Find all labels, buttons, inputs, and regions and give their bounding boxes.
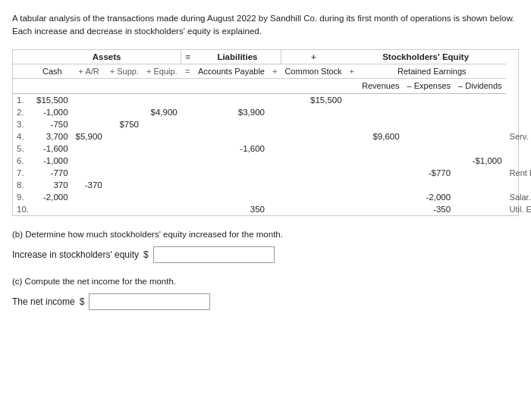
part-b-question: (b) Determine how much stockholders' equ… <box>12 230 519 239</box>
cell-plus-re <box>346 143 358 155</box>
cell-plus-cs <box>269 179 281 191</box>
th-dividends: – Dividends <box>454 78 506 93</box>
cell-plus-re <box>346 106 358 118</box>
th-assets: Assets <box>33 50 181 64</box>
part-c-question: (c) Compute the net income for the month… <box>12 277 519 286</box>
cell-eq <box>181 93 194 106</box>
part-b-input-row: Increase in stockholders' equity $ <box>12 246 519 263</box>
cell-plus-re <box>346 118 358 130</box>
th-stockholders-equity: Stockholders' Equity <box>346 50 506 64</box>
main-table-wrapper: Assets = Liabilities + Stockholders' Equ… <box>12 49 519 216</box>
table-row: 4. 3,700 $5,900 $9,600 Serv. Rev. <box>13 130 531 143</box>
cell-ap <box>194 167 269 179</box>
cell-plus-re <box>346 155 358 167</box>
th-empty-rownum <box>13 50 33 64</box>
cell-ap: $3,900 <box>194 106 269 118</box>
cell-ap <box>194 155 269 167</box>
cell-rownum: 9. <box>13 191 33 203</box>
cell-rev <box>358 106 404 118</box>
cell-cash: $15,500 <box>33 93 72 106</box>
cell-supp <box>106 93 143 106</box>
cell-label <box>506 179 531 191</box>
cell-cash: -2,000 <box>33 191 72 203</box>
cell-exp <box>404 155 455 167</box>
cell-cs <box>281 167 345 179</box>
bottom-section: (b) Determine how much stockholders' equ… <box>12 230 519 310</box>
part-c-input-row: The net income $ <box>12 293 519 310</box>
part-b-input[interactable] <box>153 246 275 263</box>
cell-eq <box>181 179 194 191</box>
cell-plus-re <box>346 179 358 191</box>
table-row: 7. -770 -$770 Rent Exp. <box>13 167 531 179</box>
cell-eq <box>181 203 194 215</box>
th-plus-supp: + Supp. <box>106 64 143 78</box>
cell-plus-re <box>346 203 358 215</box>
cell-div <box>454 93 506 106</box>
cell-cash: -750 <box>33 118 72 130</box>
header-row-section: Assets = Liabilities + Stockholders' Equ… <box>13 50 531 64</box>
th-eq2: = <box>181 64 194 78</box>
cell-div <box>454 118 506 130</box>
cell-rev <box>358 118 404 130</box>
cell-equip <box>143 143 181 155</box>
cell-supp <box>106 143 143 155</box>
cell-plus-re <box>346 93 358 106</box>
cell-eq <box>181 130 194 143</box>
part-b-dollar: $ <box>143 249 149 260</box>
cell-label: Rent Exp. <box>506 167 531 179</box>
th-plus-ar: + A/R <box>72 64 106 78</box>
cell-div <box>454 191 506 203</box>
cell-cash: 370 <box>33 179 72 191</box>
cell-ap <box>194 179 269 191</box>
th-revenues: Revenues <box>358 78 404 93</box>
cell-supp <box>106 191 143 203</box>
cell-rev <box>358 143 404 155</box>
part-b-label: Increase in stockholders' equity <box>12 249 139 260</box>
cell-cs <box>281 106 345 118</box>
cell-ar <box>72 191 106 203</box>
cell-plus-cs <box>269 106 281 118</box>
cell-cs <box>281 191 345 203</box>
cell-supp <box>106 179 143 191</box>
cell-supp <box>106 130 143 143</box>
cell-exp <box>404 93 455 106</box>
cell-rownum: 1. <box>13 93 33 106</box>
cell-cs <box>281 130 345 143</box>
th-ap: Accounts Payable <box>194 64 269 78</box>
part-c-dollar: $ <box>80 296 85 307</box>
cell-rev <box>358 191 404 203</box>
transactions-table: Assets = Liabilities + Stockholders' Equ… <box>13 50 531 215</box>
cell-equip <box>143 203 181 215</box>
table-row: 3. -750 $750 <box>13 118 531 130</box>
cell-cash: -1,000 <box>33 106 72 118</box>
cell-plus-cs <box>269 118 281 130</box>
cell-div <box>454 203 506 215</box>
cell-eq <box>181 191 194 203</box>
cell-ar <box>72 93 106 106</box>
cell-eq <box>181 118 194 130</box>
cell-equip <box>143 155 181 167</box>
cell-rev <box>358 93 404 106</box>
cell-exp: -2,000 <box>404 191 455 203</box>
cell-plus-cs <box>269 191 281 203</box>
cell-equip <box>143 93 181 106</box>
cell-ap: 350 <box>194 203 269 215</box>
cell-plus-cs <box>269 203 281 215</box>
cell-plus-re <box>346 167 358 179</box>
cell-plus-re <box>346 130 358 143</box>
table-row: 5. -1,600 -1,600 <box>13 143 531 155</box>
th-equip: Equip. <box>153 67 177 76</box>
th-ar: A/R <box>85 67 99 76</box>
cell-rev <box>358 179 404 191</box>
th-supp: Supp. <box>117 67 139 76</box>
cell-equip: $4,900 <box>143 106 181 118</box>
th-liabilities: Liabilities <box>194 50 281 64</box>
cell-rev: $9,600 <box>358 130 404 143</box>
cell-div <box>454 179 506 191</box>
cell-ap <box>194 130 269 143</box>
cell-plus-cs <box>269 130 281 143</box>
part-c-input[interactable] <box>89 293 210 310</box>
th-eq: = <box>181 50 194 64</box>
cell-exp <box>404 130 455 143</box>
cell-equip <box>143 179 181 191</box>
